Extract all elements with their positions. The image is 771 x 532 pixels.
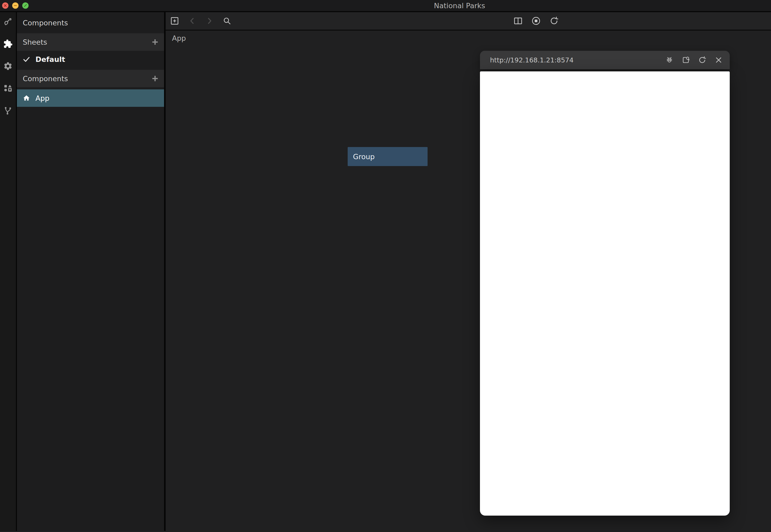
components-section-header: Components [17, 70, 164, 87]
run-controls [513, 12, 559, 30]
app-window: National Parks [0, 0, 771, 532]
reload-icon [549, 16, 559, 26]
add-frame-icon [170, 16, 180, 26]
preview-actions [665, 55, 723, 65]
preview-window: http://192.168.1.21:8574 [480, 51, 730, 516]
add-frame-button[interactable] [169, 16, 180, 26]
add-sheet-button[interactable] [151, 38, 159, 46]
close-icon [3, 3, 7, 8]
zoom-window-button[interactable] [22, 2, 29, 9]
inspect-icon [681, 56, 690, 65]
debug-icon [665, 56, 674, 65]
stop-button[interactable] [531, 16, 541, 26]
canvas-toolbar [166, 12, 771, 31]
close-icon [714, 56, 723, 65]
flow-icon[interactable] [3, 17, 13, 26]
maximize-icon [23, 3, 28, 8]
sheet-label: Default [35, 55, 65, 63]
canvas[interactable]: Group http://192.168.1.21:8574 [166, 45, 771, 531]
version-control-icon[interactable] [3, 106, 13, 115]
preview-content [480, 71, 730, 516]
debug-button[interactable] [665, 55, 674, 65]
window-title: National Parks [434, 2, 485, 10]
inspect-button[interactable] [681, 55, 691, 65]
split-view-icon [513, 16, 523, 26]
add-component-button[interactable] [151, 75, 159, 82]
home-icon [23, 94, 30, 102]
tab-app[interactable]: App [172, 34, 186, 42]
group-component[interactable]: Group [348, 147, 428, 166]
split-view-button[interactable] [513, 16, 523, 26]
reload-preview-button[interactable] [697, 55, 707, 65]
marketplace-icon[interactable] [3, 84, 13, 93]
components-section-label: Components [23, 75, 68, 83]
preview-url[interactable]: http://192.168.1.21:8574 [490, 56, 665, 64]
back-icon [187, 16, 197, 26]
sheets-section-header: Sheets [17, 33, 164, 51]
preview-toolbar: http://192.168.1.21:8574 [480, 51, 730, 69]
tab-strip: App [166, 31, 771, 45]
editor-area: App Group http://192.168.1.21:8574 [166, 12, 771, 531]
back-button[interactable] [187, 16, 197, 26]
group-label: Group [353, 153, 374, 161]
search-icon [222, 16, 232, 26]
component-item-app[interactable]: App [17, 89, 164, 107]
component-label: App [35, 94, 49, 102]
titlebar: National Parks [0, 0, 771, 12]
stop-icon [531, 16, 541, 26]
forward-button[interactable] [204, 16, 215, 26]
minimize-icon [13, 3, 17, 8]
check-icon [23, 56, 30, 63]
close-window-button[interactable] [2, 2, 8, 9]
panel-title: Components [17, 12, 164, 33]
window-controls [2, 2, 29, 9]
plus-icon [152, 75, 158, 82]
reload-app-button[interactable] [549, 16, 559, 26]
minimize-window-button[interactable] [12, 2, 19, 9]
sheet-item-default[interactable]: Default [17, 51, 164, 68]
reload-icon [698, 56, 707, 65]
sheets-section-label: Sheets [23, 38, 47, 46]
settings-icon[interactable] [3, 61, 13, 71]
search-button[interactable] [222, 16, 232, 26]
forward-icon [204, 16, 214, 26]
plus-icon [152, 39, 158, 45]
close-preview-button[interactable] [714, 55, 723, 65]
components-panel: Components Sheets Default Components [17, 12, 166, 531]
components-icon[interactable] [3, 39, 13, 49]
activity-bar [0, 12, 17, 531]
